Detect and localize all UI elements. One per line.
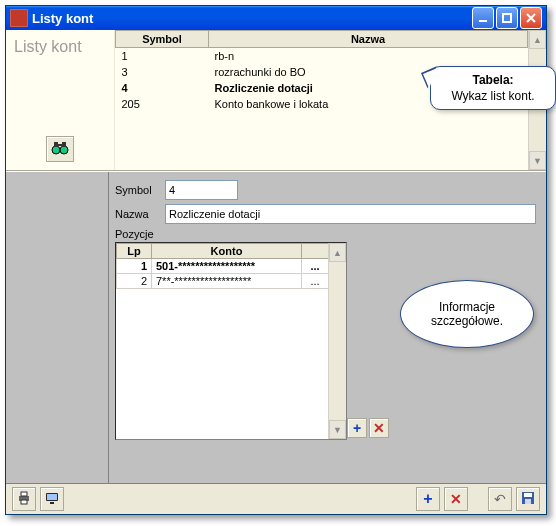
positions-table[interactable]: Lp Konto 1501-******************...27**-… — [116, 243, 329, 289]
left-pane: Listy kont — [6, 30, 115, 170]
mid-left-spacer — [6, 172, 109, 483]
print-button[interactable] — [12, 487, 36, 511]
undo-icon: ↶ — [494, 491, 506, 507]
row-lookup-button[interactable]: ... — [302, 259, 329, 274]
svg-point-3 — [60, 146, 68, 154]
plus-icon: + — [353, 420, 361, 436]
table-row[interactable]: 1rb-n — [116, 48, 528, 65]
table-row[interactable]: 1501-******************... — [117, 259, 329, 274]
scroll-up-icon[interactable]: ▲ — [329, 243, 346, 262]
add-button[interactable]: + — [416, 487, 440, 511]
cell-lp: 2 — [117, 274, 152, 289]
col-header-konto[interactable]: Konto — [152, 244, 302, 259]
svg-rect-11 — [47, 494, 57, 500]
svg-rect-0 — [479, 20, 487, 22]
cell-symbol: 205 — [116, 96, 209, 112]
undo-button[interactable]: ↶ — [488, 487, 512, 511]
cell-konto: 7**-****************** — [152, 274, 302, 289]
svg-rect-14 — [524, 493, 532, 497]
left-pane-title: Listy kont — [14, 38, 82, 56]
x-icon: ✕ — [450, 491, 462, 507]
search-button[interactable] — [46, 136, 74, 162]
maximize-button[interactable] — [496, 7, 518, 29]
device-button[interactable] — [40, 487, 64, 511]
cell-symbol: 3 — [116, 64, 209, 80]
floppy-icon — [521, 491, 535, 508]
cell-symbol: 1 — [116, 48, 209, 65]
svg-rect-15 — [525, 499, 531, 504]
svg-rect-12 — [50, 502, 54, 504]
pozycje-label: Pozycje — [115, 228, 536, 240]
positions-table-area: Lp Konto 1501-******************...27**-… — [115, 242, 347, 440]
symbol-label: Symbol — [115, 184, 165, 196]
delete-button[interactable]: ✕ — [444, 487, 468, 511]
svg-rect-6 — [58, 144, 62, 146]
bottom-toolbar: + ✕ ↶ — [6, 483, 546, 514]
printer-icon — [17, 491, 31, 508]
callout-tabela: Tabela: Wykaz list kont. — [430, 66, 556, 110]
svg-rect-1 — [503, 14, 511, 22]
table-row[interactable]: 27**-******************... — [117, 274, 329, 289]
delete-position-button[interactable]: ✕ — [369, 418, 389, 438]
svg-rect-5 — [62, 142, 66, 147]
positions-scrollbar[interactable]: ▲ ▼ — [328, 243, 346, 439]
plus-icon: + — [423, 490, 432, 508]
nazwa-label: Nazwa — [115, 208, 165, 220]
scroll-down-icon[interactable]: ▼ — [529, 151, 546, 170]
symbol-input[interactable] — [165, 180, 238, 200]
save-button[interactable] — [516, 487, 540, 511]
nazwa-input[interactable] — [165, 204, 536, 224]
svg-point-2 — [52, 146, 60, 154]
svg-rect-9 — [21, 500, 27, 504]
cell-symbol: 4 — [116, 80, 209, 96]
minimize-button[interactable] — [472, 7, 494, 29]
close-button[interactable] — [520, 7, 542, 29]
svg-rect-8 — [21, 492, 27, 496]
x-icon: ✕ — [373, 420, 385, 436]
row-lookup-button[interactable]: ... — [302, 274, 329, 289]
col-header-symbol[interactable]: Symbol — [116, 31, 209, 48]
col-header-nazwa[interactable]: Nazwa — [209, 31, 528, 48]
app-icon — [10, 9, 28, 27]
scroll-up-icon[interactable]: ▲ — [529, 30, 546, 49]
cell-konto: 501-****************** — [152, 259, 302, 274]
callout-details: Informacje szczegółowe. — [400, 280, 534, 348]
cell-lp: 1 — [117, 259, 152, 274]
window-title: Listy kont — [32, 11, 470, 26]
cell-nazwa: rb-n — [209, 48, 528, 65]
svg-rect-4 — [54, 142, 58, 147]
add-position-button[interactable]: + — [347, 418, 367, 438]
monitor-icon — [45, 491, 59, 508]
title-bar: Listy kont — [6, 6, 546, 30]
binoculars-icon — [51, 141, 69, 158]
scroll-down-icon[interactable]: ▼ — [329, 420, 346, 439]
col-header-lp[interactable]: Lp — [117, 244, 152, 259]
